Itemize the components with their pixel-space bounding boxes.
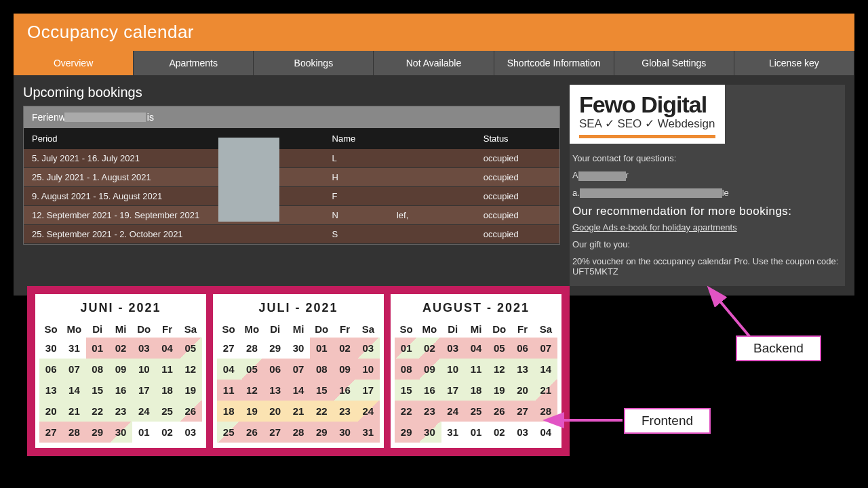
calendar-day[interactable]: 23 (333, 401, 356, 422)
calendar-day[interactable]: 02 (333, 338, 356, 359)
calendar-day[interactable]: 10 (441, 359, 465, 380)
table-row[interactable]: 12. September 2021 - 19. September 2021N… (24, 206, 559, 225)
calendar-day[interactable]: 18 (465, 380, 488, 401)
calendar-day[interactable]: 02 (109, 338, 132, 359)
calendar-day[interactable]: 03 (179, 422, 202, 443)
calendar-day[interactable]: 28 (240, 338, 263, 359)
calendar-day[interactable]: 28 (62, 422, 85, 443)
calendar-day[interactable]: 01 (395, 338, 418, 359)
calendar-day[interactable]: 05 (240, 359, 263, 380)
calendar-day[interactable]: 16 (333, 380, 356, 401)
calendar-day[interactable]: 30 (109, 422, 132, 443)
tab-bookings[interactable]: Bookings (254, 51, 374, 75)
calendar-day[interactable]: 24 (132, 401, 155, 422)
calendar-day[interactable]: 22 (310, 401, 333, 422)
calendar-day[interactable]: 20 (511, 380, 534, 401)
calendar-day[interactable]: 12 (179, 359, 202, 380)
calendar-day[interactable]: 06 (511, 338, 534, 359)
calendar-day[interactable]: 19 (240, 401, 263, 422)
calendar-day[interactable]: 21 (62, 401, 85, 422)
calendar-day[interactable]: 20 (264, 401, 287, 422)
calendar-day[interactable]: 24 (441, 401, 465, 422)
calendar-day[interactable]: 26 (179, 401, 202, 422)
tab-apartments[interactable]: Apartments (134, 51, 254, 75)
calendar-day[interactable]: 17 (132, 380, 155, 401)
calendar-day[interactable]: 03 (132, 338, 155, 359)
calendar-day[interactable]: 03 (441, 338, 465, 359)
calendar-day[interactable]: 22 (395, 401, 418, 422)
calendar-day[interactable]: 12 (240, 380, 263, 401)
calendar-day[interactable]: 07 (62, 359, 85, 380)
calendar-day[interactable]: 13 (511, 359, 534, 380)
calendar-day[interactable]: 30 (418, 422, 441, 443)
calendar-day[interactable]: 29 (395, 422, 418, 443)
recommendation-link[interactable]: Google Ads e-book for holiday apartments (572, 222, 737, 232)
calendar-day[interactable]: 19 (179, 380, 202, 401)
calendar-day[interactable]: 29 (264, 338, 287, 359)
calendar-day[interactable]: 09 (109, 359, 132, 380)
calendar-day[interactable]: 17 (357, 380, 380, 401)
calendar-day[interactable]: 22 (86, 401, 109, 422)
calendar-day[interactable]: 09 (333, 359, 356, 380)
calendar-day[interactable]: 08 (310, 359, 333, 380)
calendar-day[interactable]: 19 (488, 380, 511, 401)
calendar-day[interactable]: 30 (39, 338, 62, 359)
calendar-day[interactable]: 13 (264, 380, 287, 401)
calendar-day[interactable]: 29 (86, 422, 109, 443)
calendar-day[interactable]: 27 (39, 422, 62, 443)
calendar-day[interactable]: 18 (217, 401, 240, 422)
calendar-day[interactable]: 23 (109, 401, 132, 422)
tab-license-key[interactable]: License key (734, 51, 854, 75)
calendar-day[interactable]: 24 (357, 401, 380, 422)
calendar-day[interactable]: 03 (511, 422, 534, 443)
calendar-day[interactable]: 11 (155, 359, 178, 380)
calendar-day[interactable]: 27 (264, 422, 287, 443)
calendar-day[interactable]: 06 (264, 359, 287, 380)
calendar-day[interactable]: 08 (86, 359, 109, 380)
calendar-day[interactable]: 26 (240, 422, 263, 443)
calendar-day[interactable]: 06 (39, 359, 62, 380)
calendar-day[interactable]: 27 (217, 338, 240, 359)
calendar-day[interactable]: 13 (39, 380, 62, 401)
calendar-day[interactable]: 21 (287, 401, 310, 422)
calendar-day[interactable]: 15 (395, 380, 418, 401)
calendar-day[interactable]: 25 (217, 422, 240, 443)
calendar-day[interactable]: 08 (395, 359, 418, 380)
calendar-day[interactable]: 09 (418, 359, 441, 380)
calendar-day[interactable]: 04 (534, 422, 557, 443)
tab-shortcode-information[interactable]: Shortcode Information (494, 51, 614, 75)
calendar-day[interactable]: 28 (534, 401, 557, 422)
calendar-day[interactable]: 31 (441, 422, 465, 443)
tab-global-settings[interactable]: Global Settings (614, 51, 734, 75)
calendar-day[interactable]: 01 (310, 338, 333, 359)
calendar-day[interactable]: 28 (287, 422, 310, 443)
calendar-day[interactable]: 10 (132, 359, 155, 380)
calendar-day[interactable]: 07 (287, 359, 310, 380)
calendar-day[interactable]: 02 (155, 422, 178, 443)
calendar-day[interactable]: 20 (39, 401, 62, 422)
calendar-day[interactable]: 02 (488, 422, 511, 443)
calendar-day[interactable]: 16 (109, 380, 132, 401)
calendar-day[interactable]: 31 (357, 422, 380, 443)
calendar-day[interactable]: 15 (86, 380, 109, 401)
table-row[interactable]: 5. July 2021 - 16. July 2021Loccupied (24, 149, 559, 168)
calendar-day[interactable]: 02 (418, 338, 441, 359)
calendar-day[interactable]: 25 (465, 401, 488, 422)
calendar-day[interactable]: 16 (418, 380, 441, 401)
calendar-day[interactable]: 01 (132, 422, 155, 443)
table-row[interactable]: 25. September 2021 - 2. October 2021Socc… (24, 225, 559, 244)
calendar-day[interactable]: 21 (534, 380, 557, 401)
calendar-day[interactable]: 25 (155, 401, 178, 422)
apartment-group-header[interactable]: Ferienwis (24, 106, 559, 128)
calendar-day[interactable]: 05 (488, 338, 511, 359)
calendar-day[interactable]: 14 (287, 380, 310, 401)
calendar-day[interactable]: 01 (465, 422, 488, 443)
calendar-day[interactable]: 30 (333, 422, 356, 443)
tab-overview[interactable]: Overview (14, 51, 134, 75)
table-row[interactable]: 9. August 2021 - 15. August 2021Foccupie… (24, 187, 559, 206)
calendar-day[interactable]: 11 (465, 359, 488, 380)
calendar-day[interactable]: 27 (511, 401, 534, 422)
calendar-day[interactable]: 18 (155, 380, 178, 401)
calendar-day[interactable]: 03 (357, 338, 380, 359)
calendar-day[interactable]: 07 (534, 338, 557, 359)
